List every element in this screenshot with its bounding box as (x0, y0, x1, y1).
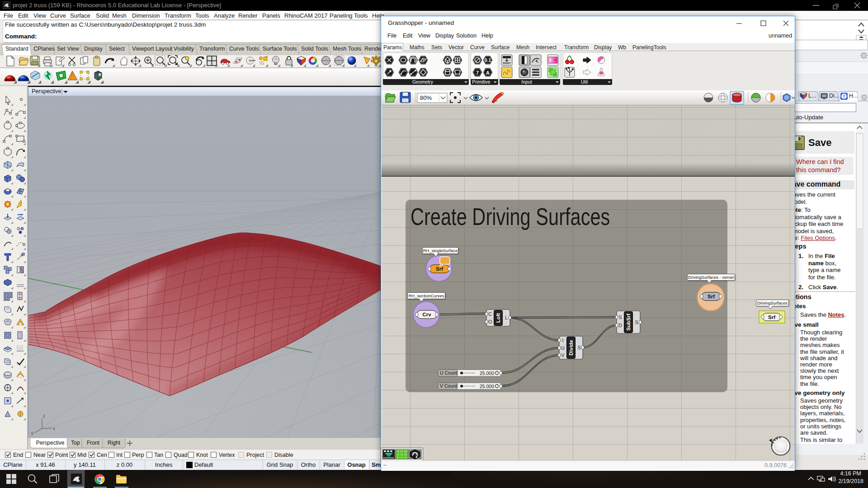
svg-text:y: y (31, 431, 33, 436)
svg-text:V: V (561, 352, 564, 358)
svg-text:C: C (488, 311, 492, 317)
svg-text:A: A (486, 70, 490, 75)
svg-text:V Count: V Count (440, 383, 457, 389)
svg-text:25.000: 25.000 (480, 371, 494, 376)
svg-text:SubSrf: SubSrf (626, 314, 631, 331)
svg-text:Crv: Crv (422, 312, 431, 317)
svg-text:Srf: Srf (768, 314, 775, 320)
svg-text:I: I (562, 338, 564, 343)
svg-text:L: L (505, 315, 508, 320)
svg-text:7: 7 (476, 70, 479, 75)
svg-text:S: S (577, 345, 580, 350)
svg-text:S: S (635, 319, 638, 325)
svg-text:0.1: 0.1 (485, 58, 491, 63)
svg-text:O: O (488, 319, 492, 324)
svg-text:80%: 80% (420, 94, 432, 101)
svg-text:?: ? (843, 94, 845, 99)
svg-text:U Count: U Count (440, 370, 458, 375)
svg-text:Loft: Loft (495, 313, 501, 323)
svg-text:x: x (53, 426, 55, 431)
svg-text:25.000: 25.000 (480, 384, 494, 389)
svg-text:S: S (618, 314, 622, 320)
svg-text:z: z (43, 413, 45, 418)
svg-text:Srf: Srf (708, 294, 715, 299)
svg-text:Srf: Srf (436, 266, 443, 272)
svg-text:Divide: Divide (568, 340, 574, 356)
svg-text:D: D (618, 323, 622, 328)
svg-text:U: U (561, 345, 565, 351)
